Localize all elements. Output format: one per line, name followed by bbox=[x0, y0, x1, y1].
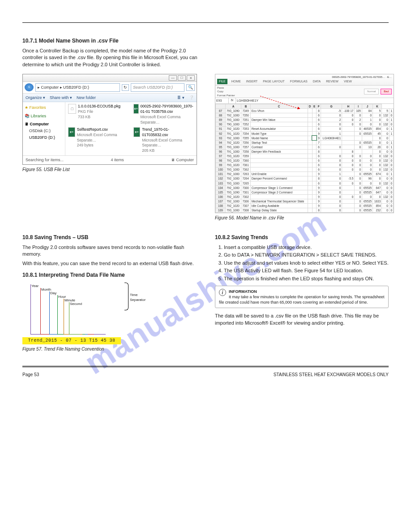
cell[interactable]: 7265 bbox=[241, 181, 250, 185]
cell[interactable]: 0 bbox=[362, 167, 373, 172]
cell[interactable]: 65535 bbox=[362, 131, 373, 136]
tab-page-layout[interactable]: PAGE LAYOUT bbox=[261, 79, 286, 84]
cell[interactable]: 132 bbox=[382, 113, 390, 118]
table-row[interactable]: 106792_102073029000001320 bbox=[216, 194, 394, 199]
cell[interactable]: 7349 bbox=[241, 109, 250, 113]
cell[interactable]: -5.5 bbox=[342, 176, 355, 181]
cell[interactable]: 5 bbox=[382, 109, 390, 113]
cell[interactable] bbox=[312, 113, 317, 118]
cell[interactable]: 0 bbox=[389, 181, 393, 185]
cell[interactable]: 0 bbox=[382, 140, 390, 145]
cell[interactable]: 0 bbox=[362, 163, 373, 167]
cell[interactable]: 6 bbox=[317, 113, 321, 118]
cell[interactable]: 647 bbox=[373, 185, 382, 190]
cell[interactable]: 7308 bbox=[241, 208, 250, 213]
cell[interactable]: 10 bbox=[362, 145, 373, 149]
cell[interactable]: 6 bbox=[317, 127, 321, 131]
cell[interactable]: 65535 bbox=[362, 140, 373, 145]
cell[interactable]: 792_1020 bbox=[226, 127, 241, 131]
cell[interactable] bbox=[308, 190, 312, 194]
column-header[interactable]: H bbox=[342, 104, 355, 108]
cell[interactable]: 0 bbox=[321, 208, 342, 213]
cell[interactable]: 132 bbox=[382, 194, 390, 199]
cell[interactable]: Mechanical Thermostat Sequencer State bbox=[250, 199, 308, 203]
cell[interactable]: 65535 bbox=[362, 208, 373, 213]
cell[interactable]: 793_1000 bbox=[226, 167, 241, 172]
cell[interactable]: 109 bbox=[216, 208, 226, 213]
cell[interactable] bbox=[250, 163, 308, 167]
cell[interactable] bbox=[308, 154, 312, 158]
column-header[interactable]: K bbox=[373, 104, 382, 108]
share-menu[interactable]: Share with ▾ bbox=[50, 95, 72, 101]
cell[interactable]: 0 bbox=[355, 176, 362, 181]
cell[interactable]: 0 bbox=[321, 159, 342, 163]
cell[interactable]: 9 bbox=[317, 172, 321, 176]
cell[interactable]: 0 bbox=[373, 159, 382, 163]
cell[interactable]: 0 bbox=[342, 163, 355, 167]
cell[interactable] bbox=[312, 159, 317, 163]
table-row[interactable]: 97793_102073596000001320 bbox=[216, 154, 394, 158]
cell[interactable]: 0 bbox=[373, 136, 382, 140]
cell[interactable]: 6 bbox=[317, 181, 321, 185]
cell[interactable]: 96 bbox=[216, 149, 226, 154]
cell[interactable] bbox=[342, 145, 355, 149]
new-folder-button[interactable]: New folder bbox=[77, 95, 96, 101]
cell[interactable]: 792_1020 bbox=[226, 204, 241, 208]
cell[interactable]: 0 bbox=[321, 176, 342, 181]
cell[interactable] bbox=[250, 194, 308, 199]
cell[interactable] bbox=[308, 118, 312, 122]
cell[interactable]: 0 bbox=[389, 163, 393, 167]
cell[interactable]: 0 bbox=[382, 131, 390, 136]
cell[interactable]: 1 bbox=[389, 127, 393, 131]
cell[interactable] bbox=[308, 149, 312, 154]
table-row[interactable]: 109793_10007308Startup Delay State800655… bbox=[216, 208, 394, 213]
cell[interactable]: 0 bbox=[373, 181, 382, 185]
cell[interactable]: 1 bbox=[362, 118, 373, 122]
cell[interactable]: 0 bbox=[321, 113, 342, 118]
cell[interactable] bbox=[250, 154, 308, 158]
cell[interactable]: 0 bbox=[373, 118, 382, 122]
cell[interactable]: 0 bbox=[362, 159, 373, 163]
cell[interactable]: 791_1020 bbox=[226, 131, 241, 136]
cell[interactable]: -5 bbox=[321, 109, 342, 113]
cell[interactable]: 46535 bbox=[362, 127, 373, 131]
cell[interactable]: 0 bbox=[382, 208, 390, 213]
cell[interactable]: 0 bbox=[382, 127, 390, 131]
cell[interactable]: 0 bbox=[321, 163, 342, 167]
cell[interactable]: 0 bbox=[362, 113, 373, 118]
cell[interactable]: 0 bbox=[362, 154, 373, 158]
cell[interactable]: 103 bbox=[216, 181, 226, 185]
cell[interactable] bbox=[312, 163, 317, 167]
cell[interactable]: 792_1000 bbox=[226, 185, 241, 190]
cell[interactable]: 0 bbox=[355, 131, 362, 136]
cell[interactable]: 0 bbox=[321, 122, 342, 127]
tab-review[interactable]: REVIEW bbox=[325, 79, 340, 84]
cell[interactable]: 0 bbox=[389, 149, 393, 154]
cell[interactable]: 0 bbox=[321, 194, 342, 199]
cell[interactable] bbox=[312, 154, 317, 158]
cell[interactable]: 0 bbox=[321, 181, 342, 185]
cell[interactable]: 793_1000 bbox=[226, 181, 241, 185]
cell[interactable] bbox=[308, 176, 312, 181]
cell[interactable]: 0 bbox=[355, 145, 362, 149]
cell[interactable]: Startup Test bbox=[250, 140, 308, 145]
cell[interactable]: 0 bbox=[355, 140, 362, 145]
cell[interactable] bbox=[342, 127, 355, 131]
cell[interactable]: 0 bbox=[342, 194, 355, 199]
tab-file[interactable]: FILE bbox=[217, 79, 227, 84]
cell[interactable]: 132 bbox=[382, 163, 390, 167]
column-header[interactable]: E bbox=[312, 104, 317, 108]
cell[interactable]: 792_1000 bbox=[226, 172, 241, 176]
nav-favorites[interactable]: ★ Favorites bbox=[25, 105, 63, 111]
cell[interactable]: 8 bbox=[342, 149, 355, 154]
cell[interactable] bbox=[308, 204, 312, 208]
cell[interactable]: 647 bbox=[373, 190, 382, 194]
paste-button[interactable]: Paste bbox=[217, 86, 235, 90]
cell[interactable]: 0 bbox=[342, 118, 355, 122]
cell[interactable]: 0 bbox=[355, 167, 362, 172]
list-item[interactable]: ▢ 1.0.0.0136-ECOUSB.pkg PKG File 733 KB bbox=[68, 104, 129, 125]
cell[interactable]: 6 bbox=[317, 154, 321, 158]
cell[interactable] bbox=[342, 204, 355, 208]
cell[interactable] bbox=[308, 159, 312, 163]
cell[interactable]: 7306 bbox=[241, 199, 250, 203]
